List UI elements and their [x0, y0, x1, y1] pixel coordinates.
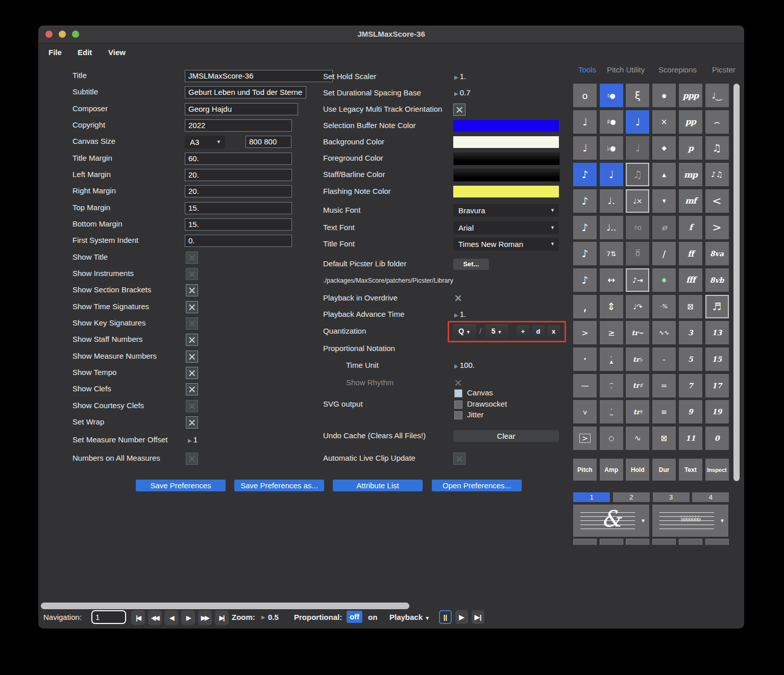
- clipped-button[interactable]: [652, 539, 676, 545]
- foreground-color-swatch[interactable]: [453, 153, 560, 165]
- tool-tuplet-17[interactable]: 17: [705, 374, 729, 397]
- tool-harmonic-whole-note[interactable]: o̿: [626, 242, 649, 265]
- svg-output-jitter-checkbox[interactable]: [454, 411, 462, 419]
- tool-tenuto[interactable]: —: [573, 374, 597, 397]
- show-rhythm-toggle[interactable]: ×: [454, 377, 462, 389]
- tool-octave-down-8vb[interactable]: 8vb: [705, 268, 729, 292]
- quantization-+-button[interactable]: +: [517, 325, 529, 338]
- tool-dotted-quarter-note[interactable]: ♩.: [600, 189, 623, 213]
- tool-eighth-plus-beamed[interactable]: ♪♫: [705, 163, 729, 186]
- tool-tuplet-15[interactable]: 15: [705, 347, 729, 371]
- tool-note-width-arrow[interactable]: ↔: [600, 268, 623, 292]
- transport-fast-forward-button[interactable]: ▶▶: [198, 610, 212, 625]
- tool-dynamic-mp[interactable]: mp: [679, 163, 702, 186]
- tool-one-twenty-eighth-note[interactable]: ♪: [573, 268, 597, 292]
- tool-sharp-notehead[interactable]: ♯●: [600, 110, 623, 134]
- transport-next-button[interactable]: ▶: [181, 610, 195, 625]
- tool-breath-comma[interactable]: ,: [573, 295, 597, 318]
- tool-slur[interactable]: ⌢: [705, 110, 729, 134]
- tool-mode-pitch[interactable]: Pitch: [573, 459, 597, 481]
- tool-fermata[interactable]: ⌢ ·: [600, 374, 623, 397]
- tab-pitch-utility[interactable]: Pitch Utility: [607, 65, 645, 74]
- tool-inverted-fermata[interactable]: · ⌣: [600, 400, 623, 423]
- save-preferences-as-button[interactable]: Save Preferences as...: [234, 480, 324, 491]
- quantization-d-button[interactable]: d: [532, 325, 545, 338]
- tool-dynamic-f[interactable]: f: [679, 216, 702, 239]
- tool-double-dotted-quarter-note[interactable]: ♩..: [600, 216, 623, 239]
- transport-rewind-button[interactable]: ◀◀: [148, 610, 162, 625]
- navigation-page-input[interactable]: 1: [91, 610, 126, 624]
- tool-beamed-eighths[interactable]: ♫: [705, 136, 729, 160]
- svg-output-drawsocket-checkbox[interactable]: [454, 401, 462, 409]
- tool-diamond-notehead[interactable]: ◆: [652, 136, 676, 160]
- menu-file[interactable]: File: [48, 48, 62, 57]
- save-preferences-button[interactable]: Save Preferences: [136, 480, 226, 491]
- playback-advance-time-numbox[interactable]: ▶1.: [454, 310, 466, 318]
- tool-gliss-squiggle[interactable]: ∿: [626, 427, 649, 450]
- tab-tools[interactable]: Tools: [578, 65, 596, 74]
- tool-eighth-note[interactable]: ♪: [573, 163, 597, 186]
- tool-rest-up-down[interactable]: 7⇅: [600, 242, 623, 265]
- tool-dynamic-ppp[interactable]: ppp: [679, 84, 702, 107]
- tool-natural-notehead[interactable]: ♮●: [600, 84, 623, 107]
- tool-mordent[interactable]: ∿∿: [652, 321, 676, 344]
- play-button[interactable]: ▶: [455, 610, 468, 624]
- tool-mode-inspect[interactable]: Inspect: [705, 459, 729, 481]
- tool-note-snap-barline[interactable]: ♪⇥: [626, 268, 649, 292]
- tool-diminuendo-hairpin[interactable]: >: [705, 216, 729, 239]
- tool-tuplet-11[interactable]: 11: [679, 427, 702, 450]
- bank-tab-1[interactable]: 1: [573, 492, 610, 502]
- tool-flat-notehead[interactable]: ♭●: [600, 136, 623, 160]
- quantization-denominator-dropdown[interactable]: 5 ▼: [485, 324, 508, 339]
- clipped-button[interactable]: [705, 539, 729, 545]
- background-color-swatch[interactable]: [453, 136, 559, 148]
- tool-boxed-accent[interactable]: >: [573, 427, 597, 450]
- tool-tremolo-slash-1[interactable]: /: [652, 242, 676, 265]
- tool-ghost-quarter-note[interactable]: ♩: [626, 136, 649, 160]
- undo-cache-clear-button[interactable]: Clear: [453, 430, 559, 442]
- pause-button[interactable]: ||: [439, 610, 452, 624]
- clipped-button[interactable]: [679, 539, 702, 545]
- tool-mode-dur[interactable]: Dur: [652, 459, 676, 481]
- transport-previous-button[interactable]: ◀: [164, 610, 178, 625]
- tool-quarter-note-alt[interactable]: ♩: [600, 163, 623, 186]
- tool-marcato[interactable]: v: [573, 400, 597, 423]
- tool-dynamic-p[interactable]: p: [679, 136, 702, 160]
- clipped-button[interactable]: [600, 539, 623, 545]
- set-wrap-checkbox[interactable]: ×: [186, 416, 198, 429]
- tool-sixty-fourth-note[interactable]: ♪: [573, 242, 597, 265]
- playback-in-overdrive-toggle[interactable]: ×: [454, 292, 462, 304]
- proportional-on-toggle[interactable]: on: [368, 613, 377, 621]
- set-hold-scaler-numbox[interactable]: ▶1.: [454, 72, 466, 81]
- tool-x-notehead[interactable]: ×: [652, 110, 676, 134]
- tool-mode-hold[interactable]: Hold: [626, 459, 649, 481]
- quantization-numerator-dropdown[interactable]: Q ▼: [453, 324, 476, 339]
- bank-tab-2[interactable]: 2: [613, 492, 650, 502]
- quantization-x-button[interactable]: x: [547, 325, 560, 338]
- clipped-button[interactable]: [626, 539, 649, 545]
- tool-tuplet-19[interactable]: 19: [705, 400, 729, 423]
- tool-boxed-x[interactable]: ⊠: [652, 427, 676, 450]
- tool-beamed-sixteenths[interactable]: ♬: [705, 295, 729, 318]
- tool-mode-text[interactable]: Text: [679, 459, 702, 481]
- tool-dynamic-ff[interactable]: ff: [679, 242, 702, 265]
- tool-trill[interactable]: tr~: [626, 321, 649, 344]
- tool-half-note[interactable]: ♩: [573, 110, 597, 134]
- tool-harmonic-circle[interactable]: ○: [600, 427, 623, 450]
- tool-percent-repeat[interactable]: ·%: [652, 295, 676, 318]
- tool-tuplet-5[interactable]: 5: [679, 347, 702, 371]
- tool-slash-oval-notehead[interactable]: ø: [652, 216, 676, 239]
- tool-ghost-beamed-group[interactable]: ♫: [626, 163, 649, 186]
- tool-note-curve-arrow[interactable]: ♩↷: [626, 295, 649, 318]
- clipped-button[interactable]: [573, 539, 597, 545]
- horizontal-scrollbar[interactable]: [41, 603, 409, 609]
- tool-sixteenth-note[interactable]: ♪: [573, 189, 597, 213]
- selection-buffer-note-color-swatch[interactable]: [453, 120, 559, 132]
- clef-selector-dropdown[interactable]: &▼: [573, 505, 649, 537]
- tool-dynamic-mf[interactable]: mf: [679, 189, 702, 213]
- tool-quarter-rest[interactable]: ξ: [626, 84, 649, 107]
- flashing-note-color-swatch[interactable]: [453, 186, 559, 197]
- playback-dropdown[interactable]: Playback ▼: [389, 613, 430, 621]
- tool-dynamic-fff[interactable]: fff: [679, 268, 702, 292]
- tool-green-notehead[interactable]: ●: [652, 268, 676, 292]
